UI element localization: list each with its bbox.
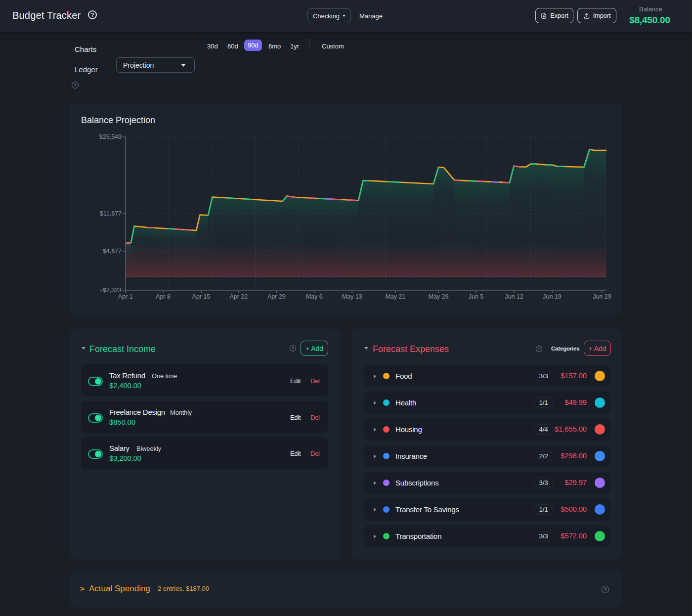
svg-text:$11,677: $11,677 (100, 210, 122, 217)
svg-text:$4,677: $4,677 (103, 248, 122, 255)
svg-text:Apr 15: Apr 15 (192, 293, 211, 300)
svg-text:Apr 1: Apr 1 (118, 293, 133, 300)
svg-text:Apr 22: Apr 22 (229, 293, 248, 300)
svg-text:$25,549: $25,549 (99, 133, 122, 140)
svg-text:Jun 5: Jun 5 (469, 293, 484, 300)
svg-text:May 29: May 29 (429, 293, 449, 300)
svg-text:Apr 8: Apr 8 (156, 293, 171, 300)
svg-text:Jun 12: Jun 12 (505, 293, 523, 300)
svg-text:May 13: May 13 (342, 293, 362, 300)
svg-text:May 21: May 21 (386, 293, 406, 300)
svg-text:Jun 29: Jun 29 (593, 293, 611, 300)
svg-text:-$2,323: -$2,323 (101, 287, 122, 294)
svg-text:Apr 29: Apr 29 (267, 293, 286, 300)
svg-text:Jun 19: Jun 19 (543, 293, 562, 300)
svg-text:May 6: May 6 (306, 293, 323, 300)
